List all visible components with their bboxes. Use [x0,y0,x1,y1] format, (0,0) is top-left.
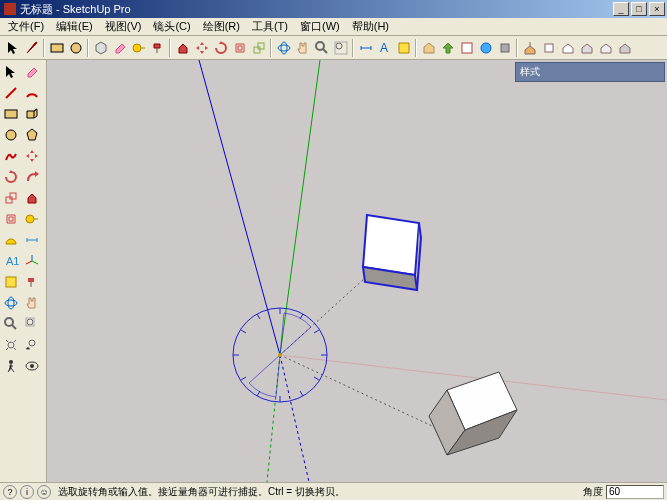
layout-icon [459,40,475,56]
side-zoomext[interactable] [1,335,21,355]
side-zoomwin[interactable] [22,314,42,334]
rect-tool[interactable] [47,38,66,57]
side-dimension[interactable] [22,230,42,250]
paint-tool[interactable] [148,38,167,57]
tape-tool[interactable] [129,38,148,57]
side-protractor[interactable] [1,230,21,250]
getmodel-tool[interactable] [419,38,438,57]
dimension-tool[interactable] [356,38,375,57]
side-pan[interactable] [22,293,42,313]
menu-edit[interactable]: 编辑(E) [52,18,97,35]
text-tool[interactable]: A [375,38,394,57]
side-circle[interactable] [1,125,21,145]
text-icon: A [377,40,393,56]
zoomwin-icon [24,316,40,332]
section-tool[interactable] [394,38,413,57]
select-tool[interactable] [3,38,22,57]
dimension-icon [358,40,374,56]
cube-selected [363,215,421,290]
side-rect[interactable] [1,104,21,124]
view-front[interactable] [558,38,577,57]
orbit-tool[interactable] [274,38,293,57]
house-left-icon [617,40,633,56]
styles-panel-title: 样式 [520,66,540,77]
view-left[interactable] [615,38,634,57]
zoomext-icon [3,337,19,353]
side-orbit[interactable] [1,293,21,313]
side-look[interactable] [22,356,42,376]
side-scale[interactable] [1,188,21,208]
side-rotate[interactable] [1,167,21,187]
menu-file[interactable]: 文件(F) [4,18,48,35]
status-user-icon[interactable]: ☺ [37,485,51,499]
zoom-extents-icon [333,40,349,56]
menu-camera[interactable]: 镜头(C) [149,18,194,35]
share-tool[interactable] [438,38,457,57]
extensions-icon [497,40,513,56]
angle-input[interactable] [606,485,664,499]
side-line[interactable] [1,83,21,103]
side-followme[interactable] [22,167,42,187]
circle-tool[interactable] [66,38,85,57]
globe-tool[interactable] [476,38,495,57]
side-polygon[interactable] [22,125,42,145]
side-section[interactable] [1,272,21,292]
tape-icon [24,211,40,227]
status-info-icon[interactable]: i [20,485,34,499]
zoom-tool[interactable] [312,38,331,57]
side-pushpull[interactable] [22,188,42,208]
side-offset[interactable] [1,209,21,229]
extensions-tool[interactable] [495,38,514,57]
view-top[interactable] [539,38,558,57]
scale-tool[interactable] [249,38,268,57]
side-axes[interactable] [22,251,42,271]
side-walk[interactable] [1,356,21,376]
eraser-tool[interactable] [110,38,129,57]
menu-help[interactable]: 帮助(H) [348,18,393,35]
menu-view[interactable]: 视图(V) [101,18,146,35]
side-eraser[interactable] [22,62,42,82]
offset-tool[interactable] [230,38,249,57]
component-icon [93,40,109,56]
view-right[interactable] [577,38,596,57]
line-tool[interactable] [22,38,41,57]
side-select[interactable] [1,62,21,82]
pushpull-tool[interactable] [173,38,192,57]
menu-window[interactable]: 窗口(W) [296,18,344,35]
side-tape[interactable] [22,209,42,229]
walk-icon [3,358,19,374]
side-arc[interactable] [22,83,42,103]
svg-line-32 [280,60,320,355]
freehand-icon [3,148,19,164]
rotate-tool[interactable] [211,38,230,57]
layout-tool[interactable] [457,38,476,57]
component-tool[interactable] [91,38,110,57]
side-zoomprev[interactable] [22,335,42,355]
side-move[interactable] [22,146,42,166]
eraser-icon [24,64,40,80]
rect-icon [3,106,19,122]
viewport[interactable]: 样式 [47,60,667,482]
side-freehand[interactable] [1,146,21,166]
zoom-extents-tool[interactable] [331,38,350,57]
menu-draw[interactable]: 绘图(R) [199,18,244,35]
side-zoom[interactable] [1,314,21,334]
view-iso[interactable] [520,38,539,57]
styles-panel-header[interactable]: 样式 [515,62,665,82]
app-icon [4,3,16,15]
svg-rect-11 [462,43,472,53]
separator [415,39,417,57]
view-back[interactable] [596,38,615,57]
side-rect3d[interactable] [22,104,42,124]
line-icon [24,40,40,56]
svg-point-23 [8,297,14,309]
minimize-button[interactable]: _ [613,2,629,16]
status-help-icon[interactable]: ? [3,485,17,499]
maximize-button[interactable]: □ [631,2,647,16]
move-tool[interactable] [192,38,211,57]
side-text[interactable]: A1 [1,251,21,271]
close-button[interactable]: × [649,2,665,16]
side-paint[interactable] [22,272,42,292]
menu-tools[interactable]: 工具(T) [248,18,292,35]
pan-tool[interactable] [293,38,312,57]
